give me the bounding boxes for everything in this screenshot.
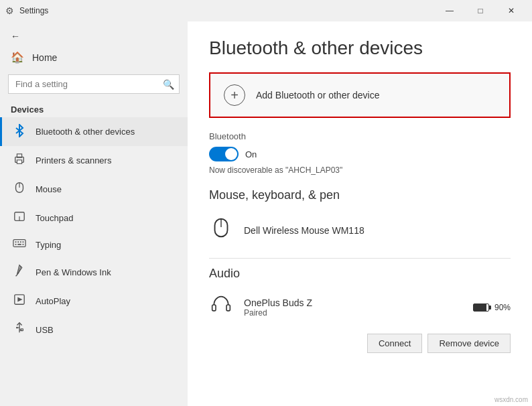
headphone-device-icon	[209, 294, 233, 320]
autoplay-icon	[13, 293, 26, 308]
close-button[interactable]: ✕	[496, 0, 527, 21]
sidebar-item-pen[interactable]: Pen & Windows Ink	[0, 257, 188, 287]
back-arrow-icon: ←	[11, 31, 20, 42]
keyboard-icon	[13, 239, 26, 251]
sidebar-item-autoplay[interactable]: AutoPlay	[0, 287, 188, 315]
search-input[interactable]	[8, 74, 180, 94]
toggle-knob	[225, 148, 237, 160]
mouse-device-row: Dell Wireless Mouse WM118	[209, 210, 511, 250]
bluetooth-state-label: On	[245, 149, 257, 159]
watermark: wsxdn.com	[494, 396, 528, 403]
divider	[209, 258, 511, 259]
content-area: Bluetooth & other devices + Add Bluetoot…	[188, 21, 532, 406]
printer-icon	[13, 153, 26, 167]
add-circle-icon: +	[224, 84, 245, 106]
svg-rect-25	[212, 305, 216, 311]
battery-icon	[473, 303, 489, 312]
svg-rect-26	[226, 305, 230, 311]
svg-rect-12	[15, 244, 17, 245]
sidebar: ← 🏠 Home 🔍 Devices Bluetooth & other dev…	[0, 21, 188, 406]
battery-fill	[474, 304, 486, 311]
audio-device-row: OnePlus Buds Z Paired 90%	[209, 289, 511, 326]
search-icon: 🔍	[163, 79, 174, 90]
sidebar-item-touchpad[interactable]: Touchpad	[0, 204, 188, 232]
home-label: Home	[32, 52, 57, 63]
settings-icon: ⚙	[5, 5, 14, 16]
mouse-keyboard-section-heading: Mouse, keyboard, & pen	[209, 188, 511, 202]
mouse-device-info: Dell Wireless Mouse WM118	[244, 225, 511, 236]
sidebar-item-touchpad-label: Touchpad	[36, 213, 73, 223]
discoverable-text: Now discoverable as "AHCH_LAP03"	[209, 165, 511, 175]
bluetooth-section-label: Bluetooth	[209, 131, 511, 141]
sidebar-item-printers-label: Printers & scanners	[36, 155, 111, 165]
svg-marker-17	[17, 297, 22, 301]
battery-info: 90%	[473, 303, 511, 312]
sidebar-item-autoplay-label: AutoPlay	[36, 296, 70, 306]
mouse-device-icon	[209, 216, 233, 245]
action-row: Connect Remove device	[209, 334, 511, 353]
remove-device-button[interactable]: Remove device	[427, 334, 511, 353]
svg-point-21	[16, 327, 18, 329]
svg-rect-11	[23, 241, 24, 243]
svg-rect-1	[17, 160, 21, 163]
sidebar-section-devices: Devices	[0, 99, 188, 117]
connect-button[interactable]: Connect	[367, 334, 422, 353]
svg-rect-14	[23, 244, 24, 245]
audio-device-info: OnePlus Buds Z Paired	[244, 297, 462, 318]
back-button[interactable]: ←	[0, 27, 188, 46]
battery-percentage: 90%	[494, 303, 511, 312]
pen-icon	[13, 264, 26, 280]
bluetooth-toggle-row: On	[209, 147, 511, 161]
audio-section-heading: Audio	[209, 267, 511, 281]
sidebar-item-usb[interactable]: USB	[0, 315, 188, 344]
sidebar-item-typing-label: Typing	[36, 240, 61, 250]
sidebar-item-printers[interactable]: Printers & scanners	[0, 146, 188, 174]
svg-rect-9	[17, 241, 19, 243]
main-layout: ← 🏠 Home 🔍 Devices Bluetooth & other dev…	[0, 21, 532, 406]
add-device-button[interactable]: + Add Bluetooth or other device	[209, 72, 511, 118]
svg-rect-13	[17, 244, 21, 245]
add-device-label: Add Bluetooth or other device	[256, 90, 379, 100]
sidebar-item-pen-label: Pen & Windows Ink	[36, 267, 111, 277]
svg-rect-7	[13, 240, 25, 247]
svg-rect-8	[15, 241, 17, 243]
sidebar-item-home[interactable]: 🏠 Home	[0, 46, 188, 69]
audio-device-name: OnePlus Buds Z	[244, 297, 462, 308]
window-controls: — □ ✕	[434, 0, 527, 21]
sidebar-item-typing[interactable]: Typing	[0, 232, 188, 257]
page-title: Bluetooth & other devices	[209, 38, 511, 59]
maximize-button[interactable]: □	[465, 0, 496, 21]
bluetooth-icon	[13, 124, 26, 139]
audio-device-status: Paired	[244, 308, 462, 318]
mouse-icon	[13, 181, 26, 197]
usb-icon	[13, 322, 26, 338]
touchpad-icon	[13, 210, 26, 225]
svg-rect-10	[20, 241, 21, 243]
sidebar-item-mouse-label: Mouse	[36, 184, 62, 194]
sidebar-item-mouse[interactable]: Mouse	[0, 174, 188, 204]
sidebar-item-bluetooth-label: Bluetooth & other devices	[36, 127, 135, 137]
home-icon: 🏠	[11, 51, 24, 64]
minimize-button[interactable]: —	[434, 0, 465, 21]
bluetooth-toggle[interactable]	[209, 147, 239, 161]
sidebar-item-usb-label: USB	[36, 325, 54, 335]
title-bar: ⚙ Settings — □ ✕	[0, 0, 532, 21]
mouse-device-name: Dell Wireless Mouse WM118	[244, 225, 511, 236]
search-box[interactable]: 🔍	[8, 74, 180, 94]
title-bar-title: Settings	[19, 6, 48, 15]
sidebar-item-bluetooth[interactable]: Bluetooth & other devices	[0, 117, 188, 146]
